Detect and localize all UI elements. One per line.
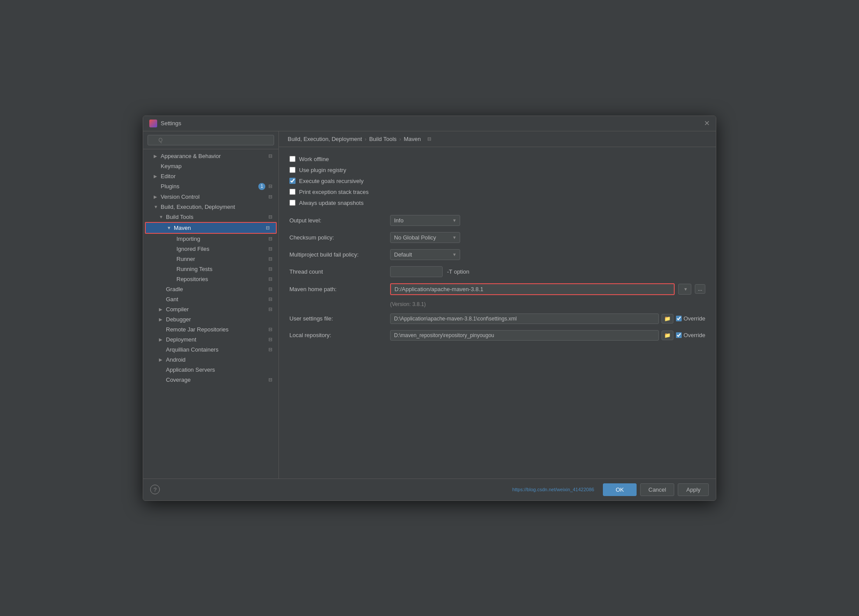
help-button[interactable]: ? bbox=[150, 485, 160, 494]
maven-home-row: Maven home path: ▼ ... bbox=[289, 283, 705, 295]
sidebar-item-label: Build Tools bbox=[166, 214, 265, 220]
sidebar-item-debugger[interactable]: ▶ Debugger bbox=[143, 314, 278, 324]
search-box: 🔍 bbox=[143, 131, 278, 149]
sidebar-item-editor[interactable]: ▶ Editor bbox=[143, 171, 278, 181]
sync-icon: ⊟ bbox=[267, 306, 273, 312]
sidebar-item-label: Appearance & Behavior bbox=[161, 153, 265, 159]
sidebar-item-ignored-files[interactable]: Ignored Files ⊟ bbox=[143, 244, 278, 254]
local-repo-override-label[interactable]: Override bbox=[683, 332, 705, 338]
sidebar-item-maven[interactable]: ▼ Maven ⊟ bbox=[145, 222, 277, 234]
checksum-policy-dropdown[interactable]: No Global Policy Warn Fail bbox=[390, 232, 460, 243]
sync-icon: ⊟ bbox=[267, 214, 273, 220]
maven-path-wrapper: ▼ ... bbox=[390, 283, 705, 295]
execute-goals-label[interactable]: Execute goals recursively bbox=[299, 178, 363, 184]
work-offline-checkbox[interactable] bbox=[289, 156, 296, 162]
sidebar-item-build-execution[interactable]: ▼ Build, Execution, Deployment bbox=[143, 202, 278, 212]
multiproject-dropdown[interactable]: Default Fail at end Never fail bbox=[390, 249, 460, 260]
breadcrumb-separator: › bbox=[365, 136, 366, 142]
local-repo-override-wrapper: Override bbox=[676, 332, 705, 338]
sidebar-item-deployment[interactable]: ▶ Deployment ⊟ bbox=[143, 334, 278, 345]
sidebar-item-running-tests[interactable]: Running Tests ⊟ bbox=[143, 264, 278, 274]
execute-goals-row: Execute goals recursively bbox=[289, 178, 705, 184]
user-settings-input[interactable] bbox=[390, 313, 659, 324]
sync-icon: ⊟ bbox=[267, 153, 273, 159]
use-plugin-registry-checkbox[interactable] bbox=[289, 167, 296, 173]
sync-icon: ⊟ bbox=[267, 256, 273, 262]
execute-goals-checkbox[interactable] bbox=[289, 178, 296, 184]
plugin-badge: 1 bbox=[258, 183, 265, 190]
sync-icon: ⊟ bbox=[264, 225, 271, 231]
sync-icon: ⊟ bbox=[267, 326, 273, 332]
local-repo-label: Local repository: bbox=[289, 332, 386, 338]
multiproject-row: Multiproject build fail policy: Default … bbox=[289, 249, 705, 260]
sync-icon: ⊟ bbox=[267, 194, 273, 200]
sidebar-item-label: Editor bbox=[161, 173, 273, 180]
print-exception-checkbox[interactable] bbox=[289, 189, 296, 195]
always-update-checkbox[interactable] bbox=[289, 200, 296, 206]
checksum-policy-dropdown-wrapper: No Global Policy Warn Fail ▼ bbox=[390, 232, 460, 243]
sidebar-item-gant[interactable]: Gant ⊟ bbox=[143, 294, 278, 304]
sidebar-item-label: Ignored Files bbox=[176, 246, 265, 252]
sidebar-item-remote-jar[interactable]: Remote Jar Repositories ⊟ bbox=[143, 324, 278, 334]
chevron-down-icon: ▼ bbox=[159, 215, 164, 219]
ok-button[interactable]: OK bbox=[603, 483, 637, 496]
local-repo-override-checkbox[interactable] bbox=[676, 332, 682, 338]
thread-count-label: Thread count bbox=[289, 268, 386, 275]
close-button[interactable]: ✕ bbox=[704, 120, 710, 127]
use-plugin-registry-label[interactable]: Use plugin registry bbox=[299, 167, 346, 173]
search-input[interactable] bbox=[148, 135, 274, 145]
sidebar-item-appearance[interactable]: ▶ Appearance & Behavior ⊟ bbox=[143, 151, 278, 161]
local-repo-browse-button[interactable]: 📁 bbox=[662, 331, 673, 340]
sidebar-item-importing[interactable]: Importing ⊟ bbox=[143, 234, 278, 244]
maven-home-input[interactable] bbox=[390, 283, 675, 295]
sidebar-item-repositories[interactable]: Repositories ⊟ bbox=[143, 274, 278, 284]
sidebar-item-compiler[interactable]: ▶ Compiler ⊟ bbox=[143, 304, 278, 314]
output-level-label: Output level: bbox=[289, 217, 386, 224]
sidebar-item-app-servers[interactable]: Application Servers bbox=[143, 365, 278, 375]
sidebar-item-gradle[interactable]: Gradle ⊟ bbox=[143, 284, 278, 294]
breadcrumb-part-3: Maven bbox=[404, 136, 421, 142]
print-exception-label[interactable]: Print exception stack traces bbox=[299, 189, 369, 195]
checksum-policy-row: Checksum policy: No Global Policy Warn F… bbox=[289, 232, 705, 243]
chevron-right-icon: ▶ bbox=[154, 154, 159, 158]
user-settings-label: User settings file: bbox=[289, 315, 386, 322]
user-settings-override-wrapper: Override bbox=[676, 315, 705, 322]
sidebar-item-coverage[interactable]: Coverage ⊟ bbox=[143, 375, 278, 385]
sidebar-item-label: Gradle bbox=[166, 286, 265, 292]
user-settings-override-checkbox[interactable] bbox=[676, 316, 682, 321]
bottom-left: ? bbox=[150, 485, 160, 494]
output-level-dropdown[interactable]: Info Debug Quiet bbox=[390, 215, 460, 226]
cancel-button[interactable]: Cancel bbox=[640, 483, 674, 496]
sidebar-item-runner[interactable]: Runner ⊟ bbox=[143, 254, 278, 264]
sidebar-item-keymap[interactable]: Keymap bbox=[143, 161, 278, 171]
breadcrumb-separator: › bbox=[399, 136, 401, 142]
bottom-right: OK Cancel Apply bbox=[603, 483, 709, 496]
always-update-label[interactable]: Always update snapshots bbox=[299, 200, 363, 206]
sync-icon: ⊟ bbox=[267, 183, 273, 190]
apply-button[interactable]: Apply bbox=[678, 483, 709, 496]
title-bar: Settings ✕ bbox=[143, 116, 716, 131]
sidebar: 🔍 ▶ Appearance & Behavior ⊟ Keymap bbox=[143, 131, 279, 479]
sidebar-item-arquillian[interactable]: Arquillian Containers ⊟ bbox=[143, 345, 278, 355]
work-offline-label[interactable]: Work offline bbox=[299, 156, 329, 162]
chevron-right-icon: ▶ bbox=[159, 357, 164, 362]
sidebar-item-label: Debugger bbox=[166, 316, 273, 323]
sidebar-item-android[interactable]: ▶ Android bbox=[143, 355, 278, 365]
sidebar-item-label: Application Servers bbox=[166, 366, 273, 373]
print-exception-row: Print exception stack traces bbox=[289, 189, 705, 195]
user-settings-override-label[interactable]: Override bbox=[683, 315, 705, 322]
local-repo-row: Local repository: 📁 Override bbox=[289, 330, 705, 341]
sidebar-item-plugins[interactable]: Plugins 1 ⊟ bbox=[143, 181, 278, 192]
chevron-right-icon: ▶ bbox=[154, 194, 159, 199]
breadcrumb-part-2: Build Tools bbox=[369, 136, 397, 142]
thread-count-input[interactable] bbox=[390, 266, 443, 277]
maven-home-browse-button[interactable]: ... bbox=[695, 284, 705, 294]
user-settings-browse-button[interactable]: 📁 bbox=[662, 314, 673, 324]
local-repo-input[interactable] bbox=[390, 330, 659, 341]
sync-icon: ⊟ bbox=[267, 246, 273, 252]
sidebar-tree: ▶ Appearance & Behavior ⊟ Keymap ▶ Edito… bbox=[143, 149, 278, 479]
sidebar-item-version-control[interactable]: ▶ Version Control ⊟ bbox=[143, 192, 278, 202]
sidebar-item-build-tools[interactable]: ▼ Build Tools ⊟ bbox=[143, 212, 278, 222]
maven-home-dropdown[interactable] bbox=[678, 284, 691, 295]
maven-home-dropdown-wrapper: ▼ bbox=[678, 284, 691, 295]
